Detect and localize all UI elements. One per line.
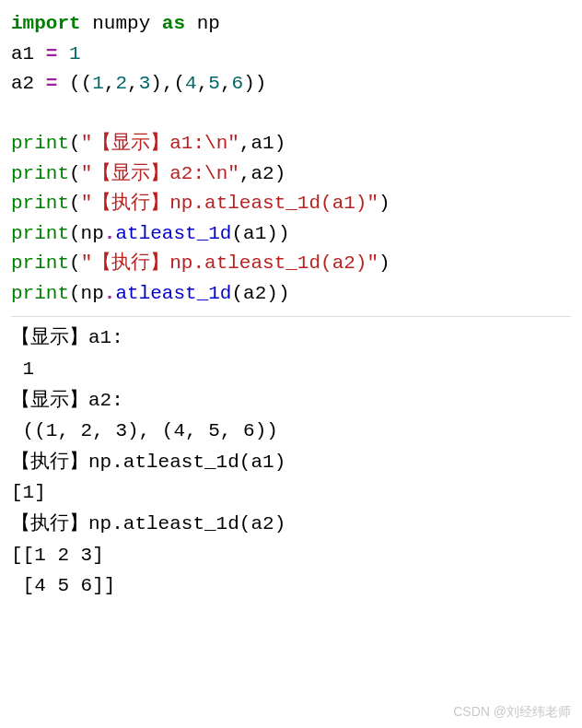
print-call: print — [11, 283, 69, 304]
attr-atleast1d: atleast_1d — [115, 283, 231, 304]
dot-op: . — [104, 223, 116, 244]
string-literal: "【执行】np.atleast_1d(a2)" — [81, 252, 378, 274]
code-line-7: print("【执行】np.atleast_1d(a1)") — [11, 189, 571, 219]
print-call: print — [11, 193, 69, 214]
string-literal: "【显示】a2:\n" — [81, 163, 239, 184]
comma: , — [197, 73, 209, 94]
args-rest: ,a1) — [239, 133, 285, 154]
output-line: 【显示】a2: — [11, 385, 571, 417]
np-ref: (np — [69, 283, 104, 304]
space — [57, 43, 69, 65]
paren: (( — [57, 73, 92, 94]
args-rest: (a1)) — [231, 223, 289, 244]
paren: ) — [378, 252, 390, 274]
assign-op: = — [46, 73, 58, 94]
dot-op: . — [104, 283, 116, 304]
keyword-import: import — [11, 13, 81, 34]
attr-atleast1d: atleast_1d — [115, 223, 231, 244]
number: 1 — [92, 73, 104, 94]
number: 5 — [208, 73, 220, 94]
string-literal: "【执行】np.atleast_1d(a1)" — [81, 193, 378, 214]
code-block: import numpy as np a1 = 1 a2 = ((1,2,3),… — [11, 9, 571, 309]
comma: , — [220, 73, 232, 94]
comma: , — [127, 73, 139, 94]
assign-op: = — [46, 43, 58, 65]
code-line-10: print(np.atleast_1d(a2)) — [11, 279, 571, 310]
var-a2: a2 — [11, 73, 46, 94]
number: 6 — [232, 73, 244, 94]
np-ref: (np — [69, 223, 104, 244]
code-line-6: print("【显示】a2:\n",a2) — [11, 159, 571, 190]
output-line: [4 5 6]] — [11, 570, 571, 602]
string-literal: "【显示】a1:\n" — [81, 133, 239, 154]
code-line-2: a1 = 1 — [11, 40, 571, 70]
output-line: [1] — [11, 477, 571, 509]
output-line: [[1 2 3] — [11, 540, 571, 571]
paren: ( — [69, 133, 81, 154]
args-rest: (a2)) — [231, 283, 289, 304]
comma: , — [104, 73, 116, 94]
paren: ),( — [150, 73, 185, 94]
paren: )) — [243, 73, 266, 94]
output-line: 【执行】np.atleast_1d(a2) — [11, 509, 571, 540]
number: 4 — [185, 73, 197, 94]
output-block: 【显示】a1: 1 【显示】a2: ((1, 2, 3), (4, 5, 6))… — [11, 316, 571, 601]
number: 3 — [139, 73, 151, 94]
code-line-5: print("【显示】a1:\n",a1) — [11, 129, 571, 159]
print-call: print — [11, 252, 69, 274]
args-rest: ,a2) — [239, 163, 285, 184]
output-line: 【显示】a1: — [11, 323, 571, 354]
number-1: 1 — [69, 43, 81, 65]
code-line-3: a2 = ((1,2,3),(4,5,6)) — [11, 69, 571, 100]
paren: ( — [69, 163, 81, 184]
print-call: print — [11, 133, 69, 154]
code-line-9: print("【执行】np.atleast_1d(a2)") — [11, 249, 571, 279]
print-call: print — [11, 223, 69, 244]
paren: ) — [378, 193, 390, 214]
var-a1: a1 — [11, 43, 46, 65]
paren: ( — [69, 193, 81, 214]
output-line: 【执行】np.atleast_1d(a1) — [11, 447, 571, 478]
code-line-1: import numpy as np — [11, 9, 571, 40]
output-line: 1 — [11, 354, 571, 385]
module-name: numpy — [81, 13, 162, 34]
paren: ( — [69, 252, 81, 274]
print-call: print — [11, 163, 69, 184]
code-line-8: print(np.atleast_1d(a1)) — [11, 219, 571, 250]
code-line-blank — [11, 100, 571, 130]
keyword-as: as — [162, 13, 185, 34]
output-line: ((1, 2, 3), (4, 5, 6)) — [11, 416, 571, 447]
number: 2 — [115, 73, 127, 94]
alias-name: np — [185, 13, 220, 34]
